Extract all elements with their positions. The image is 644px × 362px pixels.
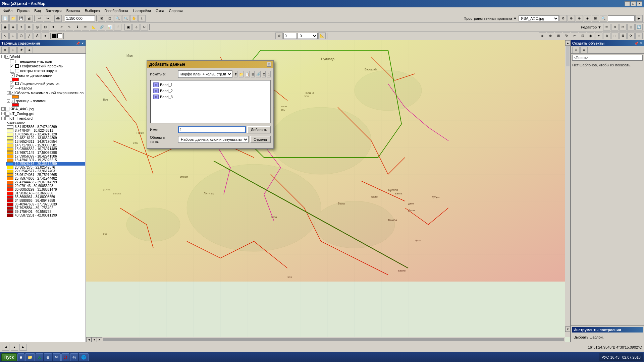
editor-tool-4[interactable]: ⊞ (627, 24, 635, 31)
taskbar-app-outlook[interactable]: ✉ (53, 353, 61, 361)
menu-file[interactable]: Файл (1, 8, 14, 13)
menu-selection[interactable]: Выборка (83, 8, 102, 13)
toc-item-tsentry[interactable]: центры тектон наруш (6, 68, 85, 73)
toc-item-oblast[interactable]: - Область максимальной сохранности ландш… (6, 90, 85, 95)
right-panel-close[interactable]: × (639, 42, 643, 45)
right-tb-btn2[interactable]: ≡ (580, 47, 588, 53)
tool-6[interactable]: ⊡ (42, 24, 49, 31)
zoom-full-button[interactable]: ⊠ (98, 15, 105, 22)
lang-indicator[interactable]: РУС (601, 355, 609, 359)
scrollbar-v-up[interactable]: ▲ (565, 40, 570, 46)
draw-marker[interactable]: ● (42, 33, 49, 39)
toc-checkbox-yava[interactable] (5, 107, 9, 111)
scrollbar-h-btn2[interactable]: ● (92, 337, 97, 342)
hyperlink-tool[interactable]: 🔗 (98, 24, 105, 31)
scale-input[interactable] (65, 15, 95, 21)
spatial-zoom[interactable]: 🔍 (600, 15, 607, 22)
tool-8[interactable]: ↗ (58, 24, 65, 31)
draw-extra-10[interactable]: ◻ (611, 33, 619, 39)
spatial-ref-settings[interactable]: ⚙ (559, 15, 567, 22)
draw-extra-2[interactable]: ⊕ (547, 33, 554, 39)
draw-tool[interactable]: ✏ (82, 24, 89, 31)
menu-geoprocessing[interactable]: Геообработка (103, 8, 130, 13)
toc-item-litsenz[interactable]: Лицензионный участок (6, 81, 85, 86)
draw-extra-3[interactable]: ⊞ (555, 33, 562, 39)
toc-expand-uchastki[interactable]: - (7, 74, 10, 77)
graph-tool[interactable]: 📊 (106, 24, 113, 31)
select-tool[interactable]: ↖ (66, 24, 73, 31)
menu-insert[interactable]: Вставка (64, 8, 82, 13)
draw-extra-9[interactable]: ⊗ (603, 33, 610, 39)
tool-5[interactable]: ◎ (34, 24, 41, 31)
taskbar-app-opera[interactable]: O (61, 353, 70, 361)
toc-checkbox-granitsa[interactable] (11, 99, 15, 103)
dialog-name-input[interactable] (178, 126, 246, 133)
measure-tool[interactable]: 📐 (90, 24, 97, 31)
draw-poly[interactable]: ⬡ (17, 33, 25, 39)
toc-expand-oblast[interactable]: - (7, 91, 10, 95)
dialog-newdir-btn[interactable]: 📁 (239, 71, 244, 77)
draw-fill[interactable] (57, 34, 62, 38)
dialog-file-band2[interactable]: ≡ Band_2 (152, 88, 269, 94)
draw-extra-4[interactable]: ↻ (563, 33, 570, 39)
toc-checkbox-litsenz[interactable] (10, 81, 14, 85)
draw-select[interactable]: ↖ (1, 33, 9, 39)
dialog-add-button[interactable]: Добавить (247, 126, 271, 133)
toc-checkbox-dtzoning[interactable] (5, 112, 9, 116)
spatial-tool-3[interactable]: ◈ (584, 15, 591, 22)
editor-tool-2[interactable]: ⊕ (611, 24, 619, 31)
toc-expand-granitsa[interactable]: - (7, 99, 10, 103)
redo-button[interactable]: ↪ (44, 15, 51, 22)
draw-extra-1[interactable]: ◈ (539, 33, 546, 39)
route-tool[interactable]: ⤴ (114, 24, 121, 31)
new-map-button[interactable]: 📄 (1, 15, 9, 22)
toc-list-by-selection[interactable]: ◈ (25, 47, 33, 53)
taskbar-app-excel[interactable]: X (36, 353, 43, 361)
maximize-button[interactable]: □ (631, 1, 636, 6)
toc-item-granitsa[interactable]: - граница - полигон (6, 99, 85, 103)
dialog-file-band3[interactable]: ≡ Band_3 (152, 94, 269, 100)
map-scrollbar-horizontal[interactable]: ◄ ● ► (86, 337, 565, 342)
tool-4[interactable]: ⊕ (25, 24, 33, 31)
scrollbar-v-down[interactable]: ▼ (565, 326, 570, 332)
zoom-extent-button[interactable]: ◻ (106, 15, 113, 22)
spatial-tool-2[interactable]: ⊗ (576, 15, 583, 22)
minimize-button[interactable]: _ (625, 1, 630, 6)
dialog-close-button[interactable]: × (267, 62, 271, 67)
toc-item-uchastki[interactable]: - Участки детализации (6, 73, 85, 78)
taskbar-app-globe[interactable]: 🌐 (79, 353, 89, 361)
rotate-tool[interactable]: ↻ (141, 24, 148, 31)
toc-expand-dtzoning[interactable]: + (1, 112, 5, 115)
scrollbar-h-left[interactable]: ◄ (86, 337, 92, 342)
taskbar-app-browser2[interactable]: ◎ (70, 353, 78, 361)
editor-btn[interactable]: ✏ (603, 24, 610, 31)
dialog-cancel-button[interactable]: Отмена (250, 136, 271, 143)
toc-checkbox-razlom[interactable] (10, 86, 14, 90)
tool-7[interactable]: ✈ (50, 24, 57, 31)
taskbar-app-explorer[interactable]: 📁 (25, 353, 35, 361)
toc-expand-dttrend[interactable]: - (1, 117, 5, 120)
snap-unit-dropdown[interactable]: 0 (298, 33, 318, 39)
draw-text[interactable]: A (34, 33, 41, 39)
open-button[interactable]: 📁 (9, 15, 17, 22)
status-btn2[interactable]: ● (11, 344, 18, 351)
dialog-grid-btn[interactable]: ⊞ (251, 71, 255, 77)
toc-legend-leg11[interactable]: 19,25926216 - 20,36372259 (6, 162, 85, 166)
toc-expand-world[interactable]: - (1, 55, 5, 58)
draw-rect[interactable]: □ (9, 33, 17, 39)
scrollbar-v-thumb[interactable] (566, 46, 570, 66)
tool-2[interactable]: ◈ (9, 24, 17, 31)
spatial-tool-1[interactable]: ⊕ (568, 15, 575, 22)
menu-windows[interactable]: Окна (154, 8, 166, 13)
dialog-connect-btn[interactable]: 🔗 (256, 71, 261, 77)
spatial-search-input[interactable] (608, 15, 635, 21)
status-btn1[interactable]: ◄ (2, 344, 9, 351)
menu-view[interactable]: Вид (32, 8, 43, 13)
map-scrollbar-vertical[interactable]: ▲ ▼ (565, 40, 570, 337)
pan-button[interactable]: ✋ (130, 15, 138, 22)
tool-1[interactable]: ◉ (1, 24, 9, 31)
toc-auto-hide[interactable]: 📌 (75, 42, 80, 45)
close-button[interactable]: × (637, 1, 642, 6)
toc-expand-yava[interactable]: + (1, 107, 5, 111)
toc-checkbox-tsentry[interactable] (10, 69, 14, 73)
